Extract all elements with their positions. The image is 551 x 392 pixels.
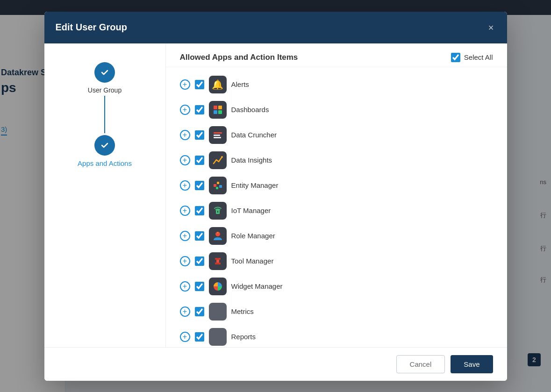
icon-entity-manager [209, 177, 227, 194]
step-label-apps-actions: Apps and Actions [78, 159, 132, 167]
app-item-metrics: + Metrics [180, 299, 493, 324]
expand-btn-dashboards[interactable]: + [180, 105, 190, 115]
svg-rect-6 [214, 137, 221, 138]
modal-close-button[interactable]: × [487, 21, 496, 34]
content-header: Allowed Apps and Action Items Select All [166, 43, 507, 67]
svg-rect-3 [218, 110, 222, 114]
svg-rect-9 [217, 182, 219, 184]
app-item-data-cruncher: + Data Cruncher [180, 122, 493, 148]
expand-btn-data-insights[interactable]: + [180, 155, 190, 165]
expand-btn-alerts[interactable]: + [180, 79, 190, 90]
app-name-metrics: Metrics [231, 307, 254, 315]
app-name-dashboards: Dashboards [231, 106, 269, 114]
svg-rect-4 [214, 132, 222, 134]
icon-dashboards [209, 101, 227, 119]
checkbox-widget-manager[interactable] [195, 282, 204, 291]
icon-tool-manager [209, 252, 227, 270]
svg-rect-11 [216, 187, 218, 189]
svg-rect-2 [214, 110, 217, 114]
checkbox-role-manager[interactable] [195, 231, 204, 241]
items-list: + 🔔 Alerts + [166, 67, 507, 347]
svg-rect-13 [217, 211, 218, 213]
icon-widget-manager [209, 278, 227, 295]
content-title: Allowed Apps and Action Items [180, 53, 298, 62]
modal-header: Edit User Group × [44, 12, 507, 43]
app-item-entity-manager: + Entity Manager [180, 173, 493, 198]
svg-rect-17 [215, 263, 221, 264]
app-name-reports: Reports [231, 333, 256, 341]
app-name-alerts: Alerts [231, 80, 249, 88]
content-panel: Allowed Apps and Action Items Select All… [166, 43, 507, 347]
app-item-dashboards: + Dashboards [180, 97, 493, 122]
expand-btn-iot-manager[interactable]: + [180, 206, 190, 216]
wizard-step-apps-actions: Apps and Actions [78, 135, 132, 167]
checkbox-alerts[interactable] [195, 80, 204, 89]
select-all-checkbox[interactable] [451, 53, 460, 62]
svg-rect-10 [219, 185, 222, 188]
save-button[interactable]: Save [451, 355, 493, 373]
checkbox-data-cruncher[interactable] [195, 130, 204, 140]
checkbox-iot-manager[interactable] [195, 206, 204, 215]
expand-btn-widget-manager[interactable]: + [180, 281, 190, 292]
icon-alerts: 🔔 [209, 76, 227, 93]
modal-footer: Cancel Save [44, 347, 507, 381]
select-all-label: Select All [464, 53, 493, 61]
modal-body: User Group Apps and Actions [44, 43, 507, 347]
svg-rect-16 [215, 258, 221, 260]
checkbox-reports[interactable] [195, 332, 204, 342]
app-name-role-manager: Role Manager [231, 232, 275, 240]
modal-overlay: Edit User Group × User Group [0, 0, 551, 392]
step-circle-user-group [94, 62, 115, 83]
icon-iot-manager [209, 202, 227, 220]
svg-rect-1 [218, 106, 222, 109]
app-name-tool-manager: Tool Manager [231, 257, 274, 265]
expand-btn-reports[interactable]: + [180, 332, 190, 342]
icon-reports [209, 328, 227, 346]
expand-btn-entity-manager[interactable]: + [180, 180, 190, 191]
app-item-role-manager: + Role Manager [180, 223, 493, 249]
step-connector [104, 96, 105, 133]
step-label-user-group: User Group [88, 86, 122, 94]
svg-rect-8 [214, 184, 216, 187]
select-all-container: Select All [451, 53, 493, 62]
app-item-tool-manager: + Tool Manager [180, 249, 493, 274]
expand-btn-tool-manager[interactable]: + [180, 256, 190, 266]
step-circle-apps-actions [94, 135, 115, 156]
app-item-data-insights: + Data Insights [180, 148, 493, 173]
expand-btn-role-manager[interactable]: + [180, 231, 190, 241]
wizard-panel: User Group Apps and Actions [44, 43, 166, 347]
icon-data-insights [209, 151, 227, 169]
icon-role-manager [209, 227, 227, 245]
app-item-widget-manager: + Widget Manager [180, 274, 493, 299]
icon-data-cruncher [209, 126, 227, 144]
checkbox-entity-manager[interactable] [195, 181, 204, 190]
wizard-step-user-group: User Group [88, 62, 122, 94]
expand-btn-data-cruncher[interactable]: + [180, 130, 190, 140]
svg-rect-0 [214, 106, 217, 109]
checkbox-metrics[interactable] [195, 307, 204, 316]
checkbox-tool-manager[interactable] [195, 257, 204, 266]
app-name-iot-manager: IoT Manager [231, 207, 271, 214]
app-item-iot-manager: + IoT Manager [180, 198, 493, 223]
app-name-data-cruncher: Data Cruncher [231, 131, 277, 139]
checkbox-dashboards[interactable] [195, 105, 204, 114]
app-item-alerts: + 🔔 Alerts [180, 72, 493, 97]
cancel-button[interactable]: Cancel [396, 355, 445, 373]
icon-metrics [209, 303, 227, 321]
app-item-reports: + Reports [180, 324, 493, 347]
expand-btn-metrics[interactable]: + [180, 306, 190, 317]
svg-rect-5 [214, 135, 220, 136]
app-name-data-insights: Data Insights [231, 156, 272, 164]
checkbox-data-insights[interactable] [195, 156, 204, 165]
svg-point-7 [221, 156, 223, 158]
modal-title: Edit User Group [56, 22, 127, 33]
app-name-widget-manager: Widget Manager [231, 282, 283, 290]
modal: Edit User Group × User Group [44, 12, 507, 381]
app-name-entity-manager: Entity Manager [231, 181, 279, 189]
